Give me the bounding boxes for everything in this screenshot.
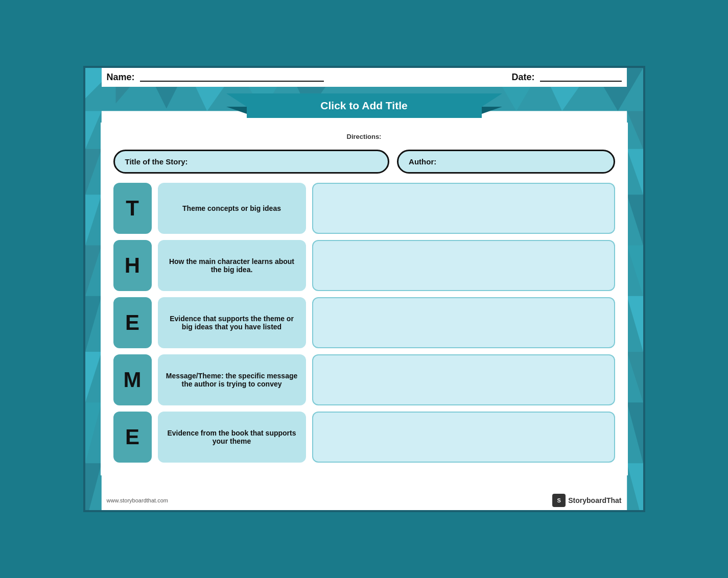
directions-row: Directions:: [113, 130, 615, 140]
banner-container: Click to Add Title: [247, 93, 482, 118]
full-page: Name: Date: Click to Add Title: [83, 66, 645, 512]
desc-h-text: How the main character learns about the …: [166, 257, 298, 274]
storyboard-logo-icon: S: [552, 494, 566, 507]
footer-brand-name: StoryboardThat: [568, 496, 621, 504]
answer-e2[interactable]: [312, 412, 615, 463]
footer-brand: S StoryboardThat: [552, 494, 621, 507]
name-line: [140, 80, 324, 82]
theme-row-t: T Theme concepts or big ideas: [113, 183, 615, 234]
desc-h: How the main character learns about the …: [158, 240, 306, 291]
date-label: Date:: [511, 72, 534, 83]
letter-t: T: [113, 183, 152, 234]
desc-e1: Evidence that supports the theme or big …: [158, 297, 306, 348]
letter-h-text: H: [125, 253, 140, 278]
directions-label: Directions:: [347, 133, 382, 140]
letter-e1-text: E: [125, 310, 139, 335]
footer-url: www.storyboardthat.com: [107, 497, 168, 503]
desc-m-text: Message/Theme: the specific message the …: [166, 372, 298, 388]
letter-m-text: M: [124, 368, 142, 392]
theme-row-h: H How the main character learns about th…: [113, 240, 615, 291]
answer-e1[interactable]: [312, 297, 615, 348]
desc-e2: Evidence from the book that supports you…: [158, 412, 306, 463]
banner-wrapper: Click to Add Title: [85, 93, 643, 118]
answer-m[interactable]: [312, 354, 615, 405]
name-field: Name:: [107, 72, 324, 83]
answer-t[interactable]: [312, 183, 615, 234]
author-box[interactable]: Author:: [397, 150, 615, 174]
letter-h: H: [113, 240, 152, 291]
title-author-row: Title of the Story: Author:: [113, 150, 615, 174]
right-ribbon: [482, 93, 502, 114]
letter-e2: E: [113, 412, 152, 463]
desc-e1-text: Evidence that supports the theme or big …: [166, 315, 298, 331]
letter-e1: E: [113, 297, 152, 348]
title-of-story-box[interactable]: Title of the Story:: [113, 150, 390, 174]
left-ribbon: [226, 93, 247, 114]
desc-t: Theme concepts or big ideas: [158, 183, 306, 234]
footer: www.storyboardthat.com S StoryboardThat: [102, 491, 627, 510]
header-row: Name: Date:: [102, 68, 627, 87]
letter-t-text: T: [126, 196, 139, 221]
author-label: Author:: [409, 157, 436, 166]
banner-title: Click to Add Title: [320, 100, 407, 111]
desc-m: Message/Theme: the specific message the …: [158, 354, 306, 405]
date-field: Date:: [511, 72, 621, 83]
theme-row-m: M Message/Theme: the specific message th…: [113, 354, 615, 405]
theme-row-e2: E Evidence from the book that supports y…: [113, 412, 615, 463]
banner[interactable]: Click to Add Title: [247, 93, 482, 118]
date-line: [540, 80, 622, 82]
title-of-story-label: Title of the Story:: [125, 157, 188, 166]
letter-e2-text: E: [125, 425, 139, 449]
letter-m: M: [113, 354, 152, 405]
inner-content: Directions: Title of the Story: Author: …: [101, 123, 628, 475]
name-label: Name:: [107, 72, 135, 83]
answer-h[interactable]: [312, 240, 615, 291]
theme-row-e1: E Evidence that supports the theme or bi…: [113, 297, 615, 348]
desc-e2-text: Evidence from the book that supports you…: [166, 429, 298, 445]
theme-rows: T Theme concepts or big ideas H How the …: [113, 183, 615, 463]
desc-t-text: Theme concepts or big ideas: [182, 204, 281, 212]
